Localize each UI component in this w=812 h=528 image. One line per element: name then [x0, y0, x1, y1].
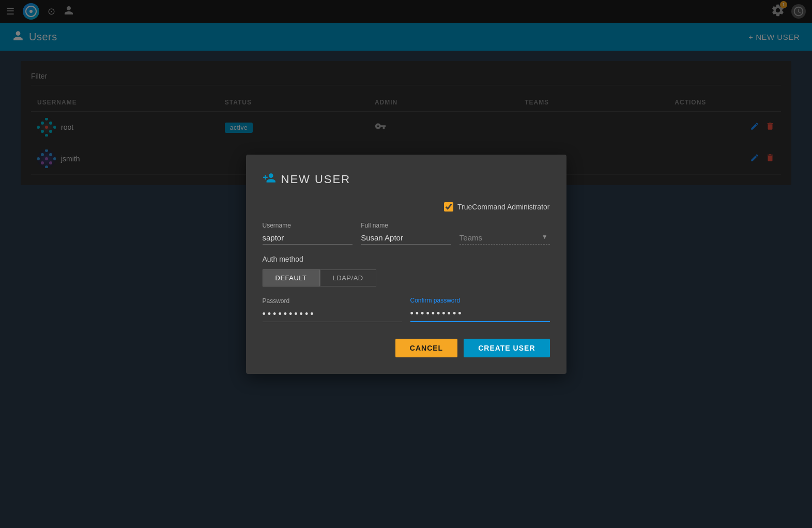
confirm-password-input[interactable] — [410, 306, 550, 322]
modal-overlay: NEW USER TrueCommand Administrator Usern… — [0, 0, 812, 528]
auth-default-button[interactable]: DEFAULT — [263, 269, 320, 286]
password-row: Password Confirm password — [263, 297, 550, 322]
confirm-password-label: Confirm password — [410, 297, 550, 304]
username-label: Username — [263, 222, 353, 229]
password-input[interactable] — [263, 307, 402, 322]
auth-label: Auth method — [263, 255, 550, 263]
username-group: Username — [263, 222, 353, 245]
teams-group: Teams ▼ — [459, 222, 550, 245]
password-group: Password — [263, 297, 402, 322]
modal-title: NEW USER — [281, 173, 351, 186]
modal-title-row: NEW USER — [263, 171, 550, 188]
auth-ldap-button[interactable]: LDAP/AD — [320, 269, 376, 286]
admin-row: TrueCommand Administrator — [263, 202, 550, 212]
fullname-group: Full name — [361, 222, 451, 245]
fullname-input[interactable] — [361, 231, 451, 245]
modal-add-user-icon — [263, 171, 276, 188]
cancel-button[interactable]: CANCEL — [395, 339, 457, 357]
teams-label — [459, 223, 461, 231]
confirm-password-group: Confirm password — [410, 297, 550, 322]
username-input[interactable] — [263, 231, 353, 245]
password-label: Password — [263, 297, 402, 305]
teams-select[interactable]: Teams — [459, 231, 550, 245]
fullname-label: Full name — [361, 222, 451, 229]
create-user-button[interactable]: CREATE USER — [464, 339, 549, 357]
admin-checkbox-label: TrueCommand Administrator — [457, 203, 549, 211]
auth-section: Auth method DEFAULT LDAP/AD — [263, 255, 550, 286]
form-row-names: Username Full name Teams ▼ — [263, 222, 550, 245]
new-user-modal: NEW USER TrueCommand Administrator Usern… — [246, 155, 566, 374]
modal-actions: CANCEL CREATE USER — [263, 339, 550, 357]
admin-checkbox[interactable] — [444, 202, 453, 212]
auth-buttons: DEFAULT LDAP/AD — [263, 269, 550, 286]
